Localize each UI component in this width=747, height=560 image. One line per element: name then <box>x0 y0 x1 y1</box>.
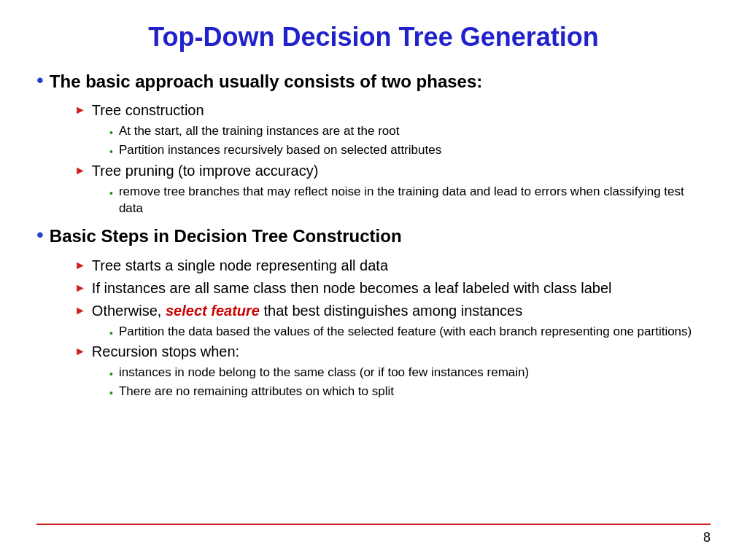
otherwise-item: ► Otherwise, select feature that best di… <box>74 301 711 321</box>
partition-data-text: Partition the data based the values of t… <box>119 324 692 341</box>
partition-data-item: • Partition the data based the values of… <box>109 324 711 341</box>
tree-pruning-sub1: • remove tree branches that may reflect … <box>109 184 711 217</box>
recursion-stops-group: ► Recursion stops when: • instances in n… <box>36 342 711 400</box>
if-instances-label: If instances are all same class then nod… <box>92 279 612 298</box>
l3-bullet-6: • <box>109 386 113 400</box>
recursion-sub1: • instances in node belong to the same c… <box>109 365 711 381</box>
section2-header: • Basic Steps in Decision Tree Construct… <box>36 225 711 248</box>
if-instances-item: ► If instances are all same class then n… <box>74 279 711 298</box>
bottom-divider <box>36 524 711 525</box>
l1-bullet-1: • <box>36 67 44 93</box>
l2-bullet-3: ► <box>74 258 86 273</box>
l2-bullet-4: ► <box>74 281 86 296</box>
l3-bullet-2: • <box>109 145 113 158</box>
l2-bullet-2: ► <box>74 163 86 179</box>
l1-bullet-2: • <box>36 222 44 248</box>
slide-title: Top-Down Decision Tree Generation <box>36 22 711 52</box>
recursion-sub2-text: There are no remaining attributes on whi… <box>119 384 394 400</box>
recursion-sub1-text: instances in node belong to the same cla… <box>119 365 529 381</box>
tree-starts-item: ► Tree starts a single node representing… <box>74 256 711 276</box>
section2-title: Basic Steps in Decision Tree Constructio… <box>50 225 402 247</box>
section1-title: The basic approach usually consists of t… <box>50 70 483 93</box>
l3-bullet-3: • <box>109 187 113 200</box>
section1-header: • The basic approach usually consists of… <box>36 70 711 93</box>
tree-pruning-sub1-text: remove tree branches that may reflect no… <box>119 184 711 217</box>
tree-construction-sub1-text: At the start, all the training instances… <box>119 123 400 140</box>
recursion-stops-item: ► Recursion stops when: <box>74 342 711 362</box>
page-number: 8 <box>703 530 711 545</box>
tree-starts-label: Tree starts a single node representing a… <box>92 256 388 276</box>
l2-bullet-5: ► <box>74 303 86 319</box>
l3-bullet-1: • <box>109 126 113 139</box>
tree-construction-group: ► Tree construction • At the start, all … <box>36 101 711 159</box>
tree-pruning-item: ► Tree pruning (to improve accuracy) <box>74 161 711 181</box>
l3-bullet-5: • <box>109 368 113 381</box>
tree-pruning-group: ► Tree pruning (to improve accuracy) • r… <box>36 161 711 217</box>
recursion-sub2: • There are no remaining attributes on w… <box>109 384 711 400</box>
l3-bullet-4: • <box>109 327 113 340</box>
tree-pruning-label: Tree pruning (to improve accuracy) <box>92 161 319 181</box>
tree-construction-sub2-text: Partition instances recursively based on… <box>119 142 441 159</box>
otherwise-label: Otherwise, select feature that best dist… <box>92 301 522 321</box>
select-feature-text: select feature <box>166 303 260 319</box>
tree-construction-sub2: • Partition instances recursively based … <box>109 142 711 159</box>
recursion-stops-label: Recursion stops when: <box>92 342 239 362</box>
tree-construction-item: ► Tree construction <box>74 101 711 120</box>
tree-construction-sub1: • At the start, all the training instanc… <box>109 123 711 140</box>
l2-bullet-6: ► <box>74 344 86 359</box>
content-area: • The basic approach usually consists of… <box>36 70 711 400</box>
l2-bullet-1: ► <box>74 103 86 118</box>
slide: Top-Down Decision Tree Generation • The … <box>0 0 747 560</box>
tree-construction-label: Tree construction <box>92 101 204 120</box>
